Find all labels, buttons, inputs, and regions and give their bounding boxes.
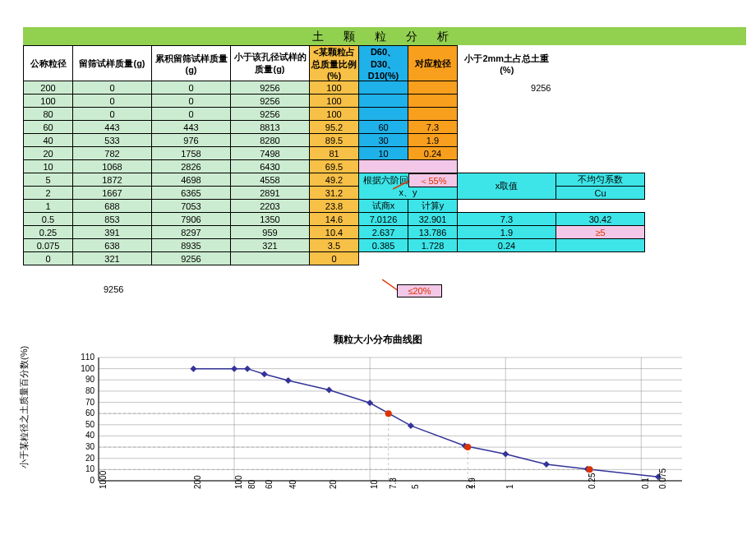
cell: 4558: [231, 173, 310, 187]
cell: 2826: [152, 160, 231, 173]
x-tick-label: 10: [370, 480, 379, 489]
cell: 0: [73, 108, 152, 121]
table-row: 0.25391829795910.42.63713.7861.9≥5: [24, 226, 645, 239]
cell: 8813: [231, 121, 310, 134]
cell: 14.6: [310, 213, 359, 226]
cell: 0: [152, 108, 231, 121]
cell: 69.5: [310, 160, 359, 173]
cell: 1350: [231, 213, 310, 226]
cell: 4698: [152, 173, 231, 187]
x-tick-label: 1.9: [468, 477, 477, 489]
svg-text:110: 110: [81, 353, 94, 362]
svg-marker-43: [543, 461, 550, 468]
xvalue-hdr: x取值: [458, 173, 556, 200]
cell: 95.2: [310, 121, 359, 134]
cell: 1.9: [408, 134, 458, 147]
cell: 976: [152, 134, 231, 147]
trialx: 0.385: [359, 239, 408, 252]
x-tick-label: 100: [234, 475, 243, 489]
cell: 959: [231, 226, 310, 239]
cell: 10: [24, 160, 73, 173]
cell: [408, 108, 458, 121]
cell: 0: [152, 81, 231, 95]
svg-marker-40: [408, 422, 414, 429]
cell: 688: [73, 200, 152, 213]
cell: 443: [152, 121, 231, 134]
chart-svg: 0102030405060708090100110: [66, 349, 690, 514]
cell: 9256: [152, 252, 231, 265]
trialx: 7.0126: [359, 213, 408, 226]
cell: 81: [310, 147, 359, 160]
cell: [359, 95, 408, 108]
svg-text:10: 10: [85, 464, 95, 473]
hdr-pct: <某颗粒占总质量比例(%): [310, 46, 359, 81]
table-row: 60443443881395.2607.3: [24, 121, 645, 134]
hdr-soil: 小于2mm土占总土重(%): [458, 46, 556, 81]
cell: 0.25: [24, 226, 73, 239]
cell: 100: [310, 95, 359, 108]
cell: 60: [359, 121, 408, 134]
cell: 100: [310, 81, 359, 95]
cu-val: 30.42: [556, 213, 645, 226]
calcy: 1.728: [408, 239, 458, 252]
cell: 7906: [152, 213, 231, 226]
cell: 1: [24, 200, 73, 213]
x-tick-label: 20: [329, 480, 338, 489]
table-row: 2000092561009256: [24, 81, 645, 95]
cell: 0: [24, 252, 73, 265]
cell: 533: [73, 134, 152, 147]
cell: 443: [73, 121, 152, 134]
table-row: 100009256100: [24, 95, 645, 108]
cell: 1758: [152, 147, 231, 160]
svg-line-1: [382, 279, 399, 291]
chart-y-label: 小于某粒径之土质量百分数(%): [18, 346, 30, 468]
hdr-d: D60、D30、D10(%): [359, 46, 408, 81]
svg-marker-34: [231, 366, 237, 372]
cell: 8935: [152, 239, 231, 252]
cell: 10.4: [310, 226, 359, 239]
cell: 8280: [231, 134, 310, 147]
cell: 31.2: [310, 187, 359, 200]
x-tick-label: 60: [265, 480, 274, 489]
table-row: 0.58537906135014.67.012632.9017.330.42: [24, 213, 645, 226]
cell: [408, 81, 458, 95]
x-tick-label: 0.25: [588, 473, 597, 489]
cu-hdr2: Cu: [556, 187, 645, 200]
cu-val: [556, 239, 645, 252]
svg-line-0: [393, 181, 409, 189]
cell: [408, 95, 458, 108]
cell: 30: [359, 134, 408, 147]
x-tick-label: 5: [411, 484, 420, 489]
cell: 7498: [231, 147, 310, 160]
x-tick-label: 1000: [99, 471, 108, 489]
svg-point-51: [464, 444, 471, 450]
cell: 10: [359, 147, 408, 160]
svg-point-54: [587, 466, 593, 473]
table-row: 40533976828089.5301.9: [24, 134, 645, 147]
xval: 1.9: [458, 226, 556, 239]
svg-point-48: [385, 410, 392, 417]
cu-val: ≥5: [556, 226, 645, 239]
cell: 200: [24, 81, 73, 95]
cell: [359, 108, 408, 121]
x-tick-label: 40: [288, 480, 297, 489]
cell: 100: [24, 95, 73, 108]
lt2mm-value: 9256: [458, 81, 556, 95]
sieve-table: 公称粒径 留筛试样质量(g) 累积留筛试样质量(g) 小于该孔径试样的质量(g)…: [23, 45, 645, 265]
x-tick-label: 1: [505, 484, 514, 489]
table-row: 0.07563889353213.50.3851.7280.24: [24, 239, 645, 252]
xval: 0.24: [458, 239, 556, 252]
cell: 5: [24, 173, 73, 187]
table-row: 518724698455849.2根据六阶回归方程计算x、yx取值不均匀系数: [24, 173, 645, 187]
cell: [231, 252, 310, 265]
cu-hdr1: 不均匀系数: [556, 173, 645, 187]
cell: 3.5: [310, 239, 359, 252]
xval: 7.3: [458, 213, 556, 226]
trialx: 2.637: [359, 226, 408, 239]
cell: 7053: [152, 200, 231, 213]
cell: 20: [24, 147, 73, 160]
svg-text:90: 90: [85, 375, 95, 384]
svg-text:50: 50: [85, 420, 95, 429]
cell: 1872: [73, 173, 152, 187]
hdr-dia: 对应粒径: [408, 46, 458, 81]
